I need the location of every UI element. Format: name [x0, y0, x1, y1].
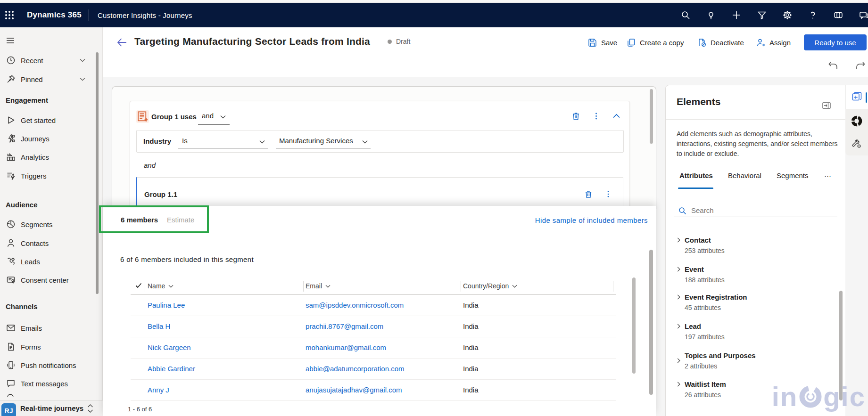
sidebar-item-text-messages[interactable]: Text messages: [0, 375, 103, 392]
sidebar-item-journeys[interactable]: Journeys: [0, 130, 103, 147]
member-email-link[interactable]: abbie@adatumcorporation.com: [306, 365, 405, 373]
table-row[interactable]: Abbie Gardiner abbie@adatumcorporation.c…: [131, 359, 616, 380]
sidebar-item-analytics[interactable]: Analytics: [0, 148, 103, 165]
app-launcher-icon[interactable]: [5, 10, 14, 20]
more-options-icon[interactable]: [592, 112, 601, 121]
member-name-link[interactable]: Abbie Gardiner: [148, 365, 195, 373]
collapse-group-icon[interactable]: [612, 112, 621, 121]
sidebar-item-get-started[interactable]: Get started: [0, 112, 103, 129]
trash-icon[interactable]: [584, 190, 593, 198]
condition-value-dropdown[interactable]: Manufacturing Services: [276, 133, 371, 148]
member-name-link[interactable]: Bella H: [148, 322, 170, 330]
member-email-link[interactable]: anujasujatajadhav@gmail.com: [306, 386, 402, 394]
inogic-watermark: in gic: [772, 381, 866, 412]
table-scrollbar[interactable]: [632, 277, 636, 374]
more-tabs-icon[interactable]: ···: [824, 171, 831, 179]
member-name-link[interactable]: Paulina Lee: [148, 301, 185, 309]
sidebar-item-segments[interactable]: Segments: [0, 216, 103, 233]
column-header-country[interactable]: Country/Region: [463, 282, 517, 290]
collapse-panel-icon[interactable]: [822, 102, 831, 109]
table-row[interactable]: Nick Gargeen mohankumar@gmail.com India: [131, 337, 616, 359]
chevron-right-icon[interactable]: [676, 267, 681, 272]
member-email-link[interactable]: prachii.8767@gmail.com: [306, 322, 383, 330]
canvas-scrollbar[interactable]: [650, 89, 653, 144]
sidebar-item-leads[interactable]: Leads: [0, 253, 103, 270]
elements-scrollbar[interactable]: [839, 291, 843, 400]
column-header-email[interactable]: Email: [306, 282, 331, 290]
chevron-down-icon[interactable]: [80, 76, 85, 82]
deactivate-button[interactable]: Deactivate: [697, 34, 744, 50]
assign-button[interactable]: Assign: [756, 34, 791, 50]
copilot-icon[interactable]: [834, 10, 843, 20]
tab-attributes[interactable]: Attributes: [679, 171, 713, 179]
chevron-right-icon[interactable]: [676, 382, 681, 387]
tools-rail-icon[interactable]: [851, 139, 862, 149]
sidebar-item-consent-center[interactable]: Consent center: [0, 271, 103, 288]
sidebar-item-pinned[interactable]: Pinned: [0, 71, 103, 88]
tab-behavioral[interactable]: Behavioral: [728, 171, 761, 179]
filter-icon[interactable]: [757, 10, 767, 20]
status-badge: Draft: [388, 38, 410, 45]
condition-value: Manufacturing Services: [279, 137, 353, 145]
members-preview-panel: 6 members Estimate Hide sample of includ…: [103, 206, 656, 416]
area-switcher[interactable]: RJ Real-time journeys: [0, 400, 103, 416]
sidebar-item-contacts[interactable]: Contacts: [0, 235, 103, 252]
table-row[interactable]: Bella H prachii.8767@gmail.com India: [131, 316, 616, 337]
app-name[interactable]: Customer Insights - Journeys: [98, 3, 192, 27]
sidebar-item-forms[interactable]: Forms: [0, 338, 103, 355]
redo-icon[interactable]: [855, 60, 866, 71]
column-label: Email: [306, 282, 322, 290]
chevron-right-icon[interactable]: [676, 294, 681, 300]
plus-icon[interactable]: [732, 10, 741, 20]
member-name-link[interactable]: Nick Gargeen: [148, 343, 191, 351]
command-label: Assign: [769, 39, 791, 47]
search-input[interactable]: Search: [691, 206, 714, 214]
table-row[interactable]: Anny J anujasujatajadhav@gmail.com India: [131, 380, 616, 401]
gear-icon[interactable]: [783, 10, 792, 20]
overlay-scrollbar[interactable]: [649, 250, 653, 395]
hide-sample-link[interactable]: Hide sample of included members: [535, 216, 648, 224]
help-icon[interactable]: [808, 10, 818, 20]
condition-operator-dropdown[interactable]: Is: [178, 133, 268, 148]
sidebar-item-triggers[interactable]: Triggers: [0, 167, 103, 184]
save-button[interactable]: Save: [588, 34, 617, 50]
condition-operator-value: Is: [182, 137, 188, 145]
chevron-updown-icon[interactable]: [87, 403, 93, 414]
chevron-right-icon[interactable]: [676, 237, 681, 243]
member-email-link[interactable]: mohankumar@gmail.com: [306, 343, 386, 351]
sidebar-item-label: Pinned: [21, 75, 43, 83]
search-icon[interactable]: [681, 10, 690, 20]
brand-title[interactable]: Dynamics 365: [27, 3, 82, 27]
checkmark-icon[interactable]: [135, 282, 142, 289]
person-icon: [6, 238, 16, 248]
copilot-rail-icon[interactable]: [851, 115, 862, 127]
chevron-right-icon[interactable]: [676, 324, 681, 329]
sidebar-scrollbar[interactable]: [96, 52, 99, 294]
group-operator-dropdown[interactable]: and: [198, 108, 230, 125]
create-copy-button[interactable]: Create a copy: [627, 34, 684, 50]
menu-icon[interactable]: [6, 37, 15, 44]
back-arrow-icon[interactable]: [117, 38, 127, 47]
column-header-name[interactable]: Name: [148, 282, 174, 290]
member-country: India: [463, 386, 479, 394]
feedback-icon[interactable]: [859, 10, 868, 20]
lightbulb-icon[interactable]: [706, 10, 716, 20]
more-options-icon[interactable]: [604, 190, 612, 198]
trash-icon[interactable]: [571, 112, 580, 121]
add-elements-icon[interactable]: [852, 92, 862, 102]
site-map-sidebar: Recent Pinned Engagement Get started Jou…: [0, 27, 103, 416]
sidebar-item-push-notifications[interactable]: Push notifications: [0, 357, 103, 374]
chevron-right-icon[interactable]: [676, 358, 681, 363]
undo-icon[interactable]: [827, 60, 839, 71]
tab-segments[interactable]: Segments: [777, 171, 809, 179]
member-name-link[interactable]: Anny J: [148, 386, 169, 394]
analytics-icon: [6, 152, 16, 162]
ready-to-use-button[interactable]: Ready to use: [804, 34, 867, 50]
table-row[interactable]: Paulina Lee sam@ipsddev.onmicrosoft.com …: [131, 295, 616, 316]
chevron-down-icon[interactable]: [80, 57, 85, 63]
sidebar-item-recent[interactable]: Recent: [0, 52, 103, 69]
sidebar-item-emails[interactable]: Emails: [0, 319, 103, 336]
group-1-card: Group 1 uses and Industry Is Manufacturi…: [130, 101, 630, 209]
right-rail: [845, 85, 868, 155]
member-email-link[interactable]: sam@ipsddev.onmicrosoft.com: [306, 301, 404, 309]
